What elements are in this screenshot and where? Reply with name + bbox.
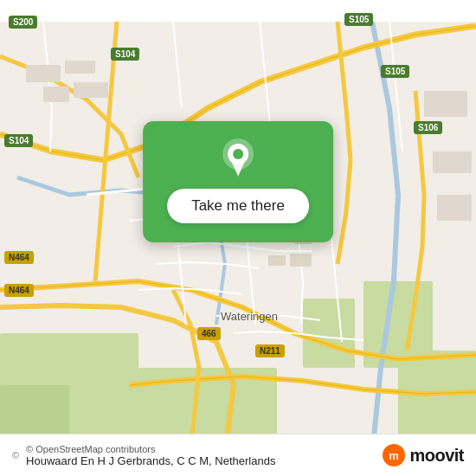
road-badge-s105b: S105	[381, 65, 409, 78]
road-badge-n211: N211	[255, 344, 285, 357]
road-badge-s105a: S105	[344, 13, 373, 26]
road-badge-466: 466	[197, 327, 221, 340]
road-badge-n464b: N464	[4, 284, 34, 297]
svg-point-23	[233, 149, 243, 159]
copyright-text: © OpenStreetMap contributors	[26, 444, 275, 454]
take-me-there-button[interactable]: Take me there	[167, 189, 309, 223]
svg-rect-11	[74, 82, 108, 98]
copyright-icon: ©	[12, 450, 19, 460]
moovit-logo: m moovit	[382, 443, 464, 467]
map-container: Wateringen S200 S104 S104 S105 S105 S106…	[0, 0, 476, 476]
moovit-logo-icon: m	[382, 443, 406, 467]
location-label: Houwaard En H J Gerbrands, C C M, Nether…	[26, 454, 275, 467]
road-badge-s106: S106	[414, 121, 442, 134]
road-badge-s104b: S104	[4, 134, 33, 147]
svg-rect-12	[424, 91, 467, 117]
bottom-bar-left: © © OpenStreetMap contributors Houwaard …	[12, 444, 275, 467]
svg-rect-13	[433, 151, 472, 173]
svg-rect-19	[290, 254, 312, 267]
road-badge-n464a: N464	[4, 251, 34, 264]
button-overlay: Take me there	[143, 121, 333, 242]
moovit-logo-text: moovit	[409, 446, 464, 466]
svg-text:Wateringen: Wateringen	[221, 310, 278, 323]
green-card: Take me there	[143, 121, 333, 242]
svg-text:m: m	[389, 449, 400, 462]
road-badge-s104a: S104	[111, 48, 139, 61]
svg-rect-10	[43, 87, 69, 102]
svg-rect-4	[303, 299, 355, 368]
svg-rect-18	[268, 255, 286, 266]
svg-rect-9	[65, 61, 95, 74]
pin-icon	[222, 138, 254, 180]
road-badge-s200: S200	[9, 16, 37, 29]
svg-rect-8	[26, 65, 61, 82]
svg-rect-14	[437, 195, 472, 221]
bottom-bar: © © OpenStreetMap contributors Houwaard …	[0, 434, 476, 476]
